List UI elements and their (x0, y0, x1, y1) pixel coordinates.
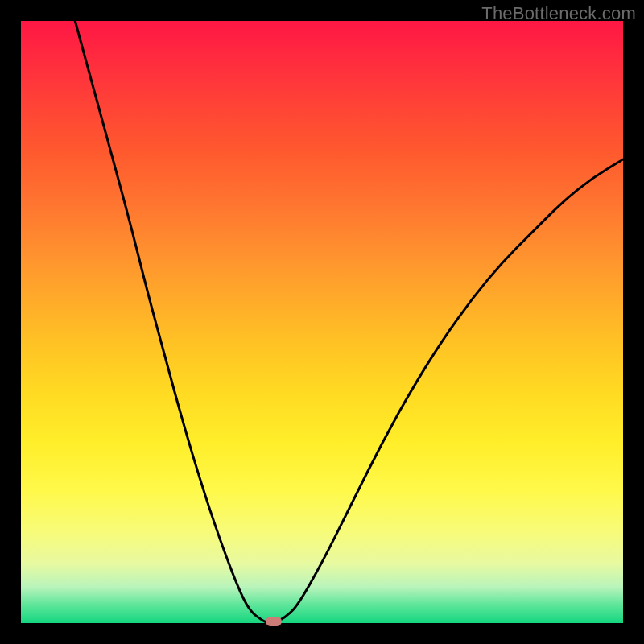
minimum-marker (266, 617, 282, 626)
plot-area (21, 21, 623, 623)
curve-svg (21, 21, 623, 623)
chart-frame: TheBottleneck.com (0, 0, 644, 644)
bottleneck-curve (75, 21, 623, 623)
